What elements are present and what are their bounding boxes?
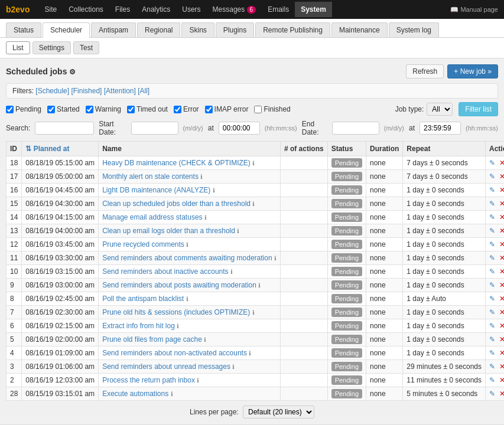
job-link[interactable]: Process the return path inbox	[102, 376, 195, 384]
sub-tab-settings[interactable]: Settings	[32, 41, 71, 54]
edit-icon[interactable]: ✎	[489, 213, 495, 221]
nav-analytics[interactable]: Analytics	[136, 2, 176, 17]
job-link[interactable]: Clean up email logs older than a thresho…	[102, 227, 235, 235]
lines-select[interactable]: Default (20 lines) 10 lines 50 lines 100…	[243, 406, 314, 419]
edit-icon[interactable]: ✎	[489, 335, 495, 344]
delete-icon[interactable]: ✕	[499, 200, 504, 208]
job-link[interactable]: Send reminders about non-activated accou…	[102, 349, 247, 357]
tab-antispam[interactable]: Antispam	[91, 22, 136, 37]
filter-attention[interactable]: [Attention]	[104, 87, 136, 95]
delete-icon[interactable]: ✕	[499, 322, 504, 330]
edit-icon[interactable]: ✎	[489, 390, 495, 398]
job-link[interactable]: Light DB maintenance (ANALYZE)	[102, 186, 210, 194]
tab-plugins[interactable]: Plugins	[216, 22, 254, 37]
checkbox-imap-error[interactable]: IMAP error	[205, 105, 249, 113]
nav-files[interactable]: Files	[109, 2, 136, 17]
checkbox-pending[interactable]: Pending	[6, 105, 41, 113]
tab-skins[interactable]: Skins	[181, 22, 214, 37]
checkbox-error[interactable]: Error	[174, 105, 199, 113]
edit-icon[interactable]: ✎	[489, 362, 495, 371]
edit-icon[interactable]: ✎	[489, 349, 495, 357]
job-link[interactable]: Send reminders about comments awaiting m…	[102, 254, 272, 262]
tab-maintenance[interactable]: Maintenance	[331, 22, 388, 37]
nav-emails[interactable]: Emails	[262, 2, 295, 17]
delete-icon[interactable]: ✕	[499, 281, 504, 289]
col-id[interactable]: ID	[6, 142, 22, 156]
end-time-input[interactable]	[420, 122, 461, 135]
delete-icon[interactable]: ✕	[499, 240, 504, 249]
delete-icon[interactable]: ✕	[499, 267, 504, 276]
job-link[interactable]: Prune recycled comments	[102, 240, 184, 249]
tab-status[interactable]: Status	[6, 22, 41, 37]
col-actions[interactable]: # of actions	[280, 142, 327, 156]
job-link[interactable]: Prune old hits & sessions (includes OPTI…	[102, 308, 250, 316]
start-date-input[interactable]	[131, 122, 178, 135]
edit-icon[interactable]: ✎	[489, 186, 495, 194]
col-planned[interactable]: ⇅ Planned at	[22, 142, 99, 156]
edit-icon[interactable]: ✎	[489, 159, 495, 167]
filter-list-button[interactable]: Filter list	[459, 102, 498, 116]
sub-tab-list[interactable]: List	[6, 41, 30, 54]
delete-icon[interactable]: ✕	[499, 295, 504, 303]
tab-remote-publishing[interactable]: Remote Publishing	[255, 22, 330, 37]
edit-icon[interactable]: ✎	[489, 281, 495, 289]
edit-icon[interactable]: ✎	[489, 172, 495, 181]
col-name[interactable]: Name	[99, 142, 281, 156]
edit-icon[interactable]: ✎	[489, 240, 495, 249]
search-input[interactable]	[35, 122, 94, 135]
end-date-input[interactable]	[332, 122, 379, 135]
tab-system-log[interactable]: System log	[389, 22, 439, 37]
delete-icon[interactable]: ✕	[499, 172, 504, 181]
tab-regional[interactable]: Regional	[137, 22, 180, 37]
delete-icon[interactable]: ✕	[499, 349, 504, 357]
job-type-select[interactable]: All	[427, 103, 453, 116]
checkbox-finished[interactable]: Finished	[254, 105, 290, 113]
job-link[interactable]: Prune old files from page cache	[102, 335, 202, 344]
col-duration[interactable]: Duration	[366, 142, 403, 156]
sub-tab-test[interactable]: Test	[73, 41, 99, 54]
delete-icon[interactable]: ✕	[499, 362, 504, 371]
tab-scheduler[interactable]: Scheduler	[43, 22, 90, 38]
job-link[interactable]: Send reminders about posts awaiting mode…	[102, 281, 256, 289]
delete-icon[interactable]: ✕	[499, 227, 504, 235]
job-link[interactable]: Clean up scheduled jobs older than a thr…	[102, 200, 251, 208]
nav-collections[interactable]: Collections	[63, 2, 109, 17]
checkbox-timed-out[interactable]: Timed out	[127, 105, 168, 113]
nav-system[interactable]: System	[295, 2, 332, 17]
edit-icon[interactable]: ✎	[489, 254, 495, 262]
delete-icon[interactable]: ✕	[499, 390, 504, 398]
checkbox-started[interactable]: Started	[47, 105, 80, 113]
job-link[interactable]: Monthly alert on stale contents	[102, 172, 199, 181]
filter-all[interactable]: [All]	[138, 87, 149, 95]
job-link[interactable]: Extract info from hit log	[102, 322, 175, 330]
edit-icon[interactable]: ✎	[489, 200, 495, 208]
delete-icon[interactable]: ✕	[499, 335, 504, 344]
refresh-button[interactable]: Refresh	[406, 64, 444, 79]
edit-icon[interactable]: ✎	[489, 267, 495, 276]
new-job-button[interactable]: + New job »	[447, 64, 498, 79]
job-link[interactable]: Heavy DB maintenance (CHECK & OPTIMIZE)	[102, 159, 251, 167]
job-link[interactable]: Poll the antispam blacklist	[102, 295, 184, 303]
job-link[interactable]: Manage email address statuses	[102, 213, 202, 221]
edit-icon[interactable]: ✎	[489, 376, 495, 384]
checkbox-warning[interactable]: Warning	[86, 105, 121, 113]
edit-icon[interactable]: ✎	[489, 322, 495, 330]
filter-finished[interactable]: [Finished]	[71, 87, 102, 95]
edit-icon[interactable]: ✎	[489, 295, 495, 303]
col-status[interactable]: Status	[327, 142, 366, 156]
delete-icon[interactable]: ✕	[499, 308, 504, 316]
start-time-input[interactable]	[219, 122, 260, 135]
delete-icon[interactable]: ✕	[499, 254, 504, 262]
delete-icon[interactable]: ✕	[499, 159, 504, 167]
delete-icon[interactable]: ✕	[499, 213, 504, 221]
delete-icon[interactable]: ✕	[499, 186, 504, 194]
nav-messages[interactable]: Messages 6	[207, 2, 262, 17]
job-link[interactable]: Execute automations	[102, 390, 168, 398]
job-link[interactable]: Send reminders about inactive accounts	[102, 267, 228, 276]
edit-icon[interactable]: ✎	[489, 308, 495, 316]
nav-site[interactable]: Site	[38, 2, 63, 17]
delete-icon[interactable]: ✕	[499, 376, 504, 384]
edit-icon[interactable]: ✎	[489, 227, 495, 235]
nav-users[interactable]: Users	[176, 2, 206, 17]
filter-schedule[interactable]: [Schedule]	[35, 87, 69, 95]
